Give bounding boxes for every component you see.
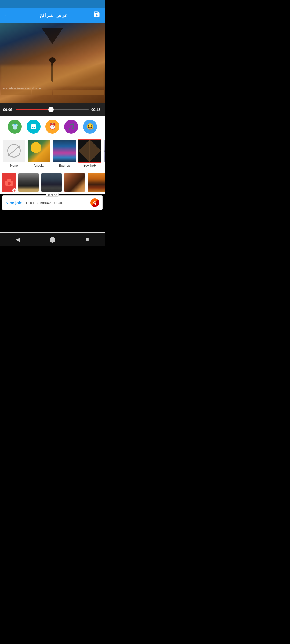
progress-thumb <box>48 107 54 112</box>
progress-fill <box>16 109 51 110</box>
watermark: artis.ir/slides @omidalaymfotolia.de <box>3 87 41 90</box>
photo-thumb-1[interactable] <box>18 173 39 192</box>
ad-text: This is a 468x60 test ad. <box>25 201 88 205</box>
transition-bowtie[interactable]: BowTie <box>103 139 105 167</box>
transition-bowtieH[interactable]: BowTieH <box>78 139 102 167</box>
photo-thumb-4[interactable] <box>87 173 105 192</box>
music-button[interactable]: 🎵 <box>64 120 78 134</box>
transition-angular-label: Angular <box>27 164 51 167</box>
tshirt-button[interactable]: 👕 <box>8 120 22 134</box>
nav-back-button[interactable]: ◀ <box>11 233 24 246</box>
svg-rect-1 <box>7 179 11 182</box>
progress-container: 00:06 00:12 <box>0 103 105 116</box>
app-title: عرض شرائح <box>15 12 93 18</box>
ad-label: Test Ad <box>46 193 59 197</box>
nav-recent-button[interactable]: ■ <box>81 233 94 246</box>
svg-point-2 <box>8 182 11 185</box>
transition-bowtieH-label: BowTieH <box>78 164 102 167</box>
transition-bowtie-label: BowTie <box>103 164 105 167</box>
add-photo-button[interactable]: + <box>2 173 16 192</box>
nav-home-button[interactable]: ⬤ <box>46 233 59 246</box>
progress-bar[interactable] <box>16 109 89 110</box>
time-total: 00:12 <box>91 108 102 112</box>
ad-container: Test Ad Nice job! This is a 468x60 test … <box>2 195 103 210</box>
transition-none[interactable]: None <box>2 139 26 167</box>
bottom-bar <box>0 246 105 254</box>
app-bar: ← عرض شرائح <box>0 8 105 23</box>
toolbar: 👕 ⏰ 🎵 😆 <box>0 116 105 136</box>
photos-strip: + <box>0 171 105 194</box>
emoji-button[interactable]: 😆 <box>83 120 97 134</box>
ad-nice-job: Nice job! <box>6 200 23 205</box>
transition-angular[interactable]: Angular <box>27 139 51 167</box>
video-preview[interactable]: artis.ir/slides @omidalaymfotolia.de <box>0 23 105 103</box>
photo-thumb-2[interactable] <box>41 173 62 192</box>
transitions-section: None Angular Bounce BowTieH <box>0 136 105 171</box>
back-button[interactable]: ← <box>4 12 10 19</box>
timeline-strip <box>0 90 105 95</box>
transitions-row: None Angular Bounce BowTieH <box>0 139 105 167</box>
ad-logo: Q <box>90 198 99 207</box>
status-bar <box>0 0 105 8</box>
nav-bar: ◀ ⬤ ■ <box>0 232 105 246</box>
save-button[interactable] <box>93 10 100 20</box>
transition-bounce[interactable]: Bounce <box>53 139 76 167</box>
time-current: 00:06 <box>3 108 13 112</box>
photo-thumb-3[interactable] <box>64 173 85 192</box>
transition-none-label: None <box>2 164 26 167</box>
timer-button[interactable]: ⏰ <box>45 120 59 134</box>
image-button[interactable] <box>27 120 41 134</box>
transition-bounce-label: Bounce <box>53 164 76 167</box>
